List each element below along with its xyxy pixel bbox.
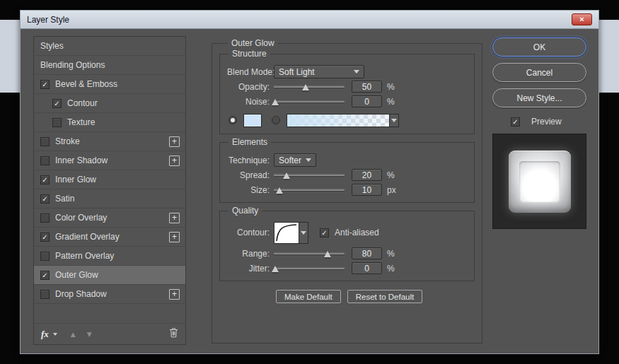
effect-checkbox[interactable]: [40, 290, 50, 299]
contour-picker-button[interactable]: [299, 222, 308, 244]
noise-label: Noise:: [227, 97, 274, 107]
chevron-down-icon: [301, 231, 306, 235]
preview-checkbox[interactable]: [511, 117, 520, 127]
slider-track: [274, 86, 345, 88]
preview-toggle-row: Preview: [511, 117, 586, 127]
technique-select[interactable]: Softer: [274, 153, 316, 167]
gradient-preview[interactable]: [287, 114, 390, 127]
effect-checkbox[interactable]: [40, 175, 50, 184]
slider-thumb[interactable]: [302, 84, 309, 90]
range-row: Range: 80 %: [227, 246, 467, 261]
preview-glossy-square-inner: [519, 161, 560, 202]
effect-checkbox[interactable]: [52, 118, 62, 127]
sidebar-item-inner-shadow[interactable]: Inner Shadow: [34, 151, 185, 170]
sidebar-item-label: Blending Options: [40, 60, 105, 70]
ok-button[interactable]: OK: [492, 37, 586, 57]
noise-unit: %: [387, 97, 395, 107]
spread-input[interactable]: 20: [352, 169, 382, 181]
slider-thumb[interactable]: [272, 99, 279, 105]
sidebar-item-inner-glow[interactable]: Inner Glow: [34, 170, 185, 189]
contour-row: Contour: Anti-aliased: [227, 221, 467, 244]
effect-checkbox[interactable]: [40, 271, 50, 280]
range-label: Range:: [227, 249, 274, 259]
effect-checkbox[interactable]: [40, 194, 50, 204]
noise-slider[interactable]: [274, 96, 345, 107]
opacity-input[interactable]: 50: [352, 81, 382, 93]
range-input[interactable]: 80: [352, 247, 382, 259]
range-slider[interactable]: [274, 248, 345, 259]
jitter-slider[interactable]: [274, 263, 345, 274]
jitter-row: Jitter: 0 %: [227, 261, 467, 276]
glow-color-row: [227, 112, 467, 129]
fx-icon[interactable]: fx: [41, 329, 49, 340]
add-effect-instance-button[interactable]: [169, 213, 180, 223]
opacity-slider[interactable]: [274, 81, 345, 93]
effect-checkbox[interactable]: [40, 252, 50, 261]
add-effect-instance-button[interactable]: [169, 155, 180, 166]
sidebar-item-color-overlay[interactable]: Color Overlay: [34, 209, 185, 228]
sidebar-item-label: Bevel & Emboss: [55, 79, 117, 89]
blend-mode-label: Blend Mode:: [227, 67, 274, 77]
gradient-radio[interactable]: [272, 116, 280, 124]
effect-checkbox[interactable]: [40, 137, 50, 146]
solid-color-radio[interactable]: [228, 116, 237, 124]
add-effect-instance-button[interactable]: [169, 136, 180, 147]
effect-checkbox[interactable]: [40, 156, 50, 165]
technique-value: Softer: [279, 155, 301, 165]
sidebar-item-outer-glow[interactable]: Outer Glow: [34, 266, 185, 285]
sidebar-item-stroke[interactable]: Stroke: [34, 132, 185, 151]
sidebar-item-label: Stroke: [55, 136, 80, 146]
blend-mode-select[interactable]: Soft Light: [274, 65, 364, 78]
add-effect-instance-button[interactable]: [169, 289, 180, 300]
jitter-input[interactable]: 0: [352, 262, 382, 274]
sidebar-item-styles[interactable]: Styles: [34, 37, 185, 56]
blend-mode-value: Soft Light: [279, 67, 315, 77]
effect-checkbox[interactable]: [40, 233, 50, 242]
close-button[interactable]: ×: [572, 13, 592, 25]
move-effect-down-icon[interactable]: ▼: [83, 331, 96, 338]
spread-slider[interactable]: [274, 170, 345, 181]
slider-track: [274, 267, 345, 269]
sidebar-item-label: Color Overlay: [55, 213, 107, 223]
dialog-body: StylesBlending OptionsBevel & EmbossCont…: [21, 29, 598, 354]
effect-checkbox[interactable]: [40, 80, 50, 89]
effect-checkbox[interactable]: [40, 213, 50, 223]
contour-thumbnail[interactable]: [274, 222, 299, 244]
effect-checkbox[interactable]: [52, 99, 62, 108]
sidebar-item-bevel-emboss[interactable]: Bevel & Emboss: [34, 75, 185, 94]
sidebar-item-texture[interactable]: Texture: [34, 113, 185, 132]
reset-to-default-button[interactable]: Reset to Default: [347, 290, 422, 303]
sidebar-item-blending-options[interactable]: Blending Options: [34, 56, 185, 75]
sidebar-item-label: Drop Shadow: [55, 289, 107, 299]
dialog-titlebar[interactable]: Layer Style ×: [21, 11, 598, 29]
sidebar-item-gradient-overlay[interactable]: Gradient Overlay: [34, 228, 185, 247]
sidebar-item-satin[interactable]: Satin: [34, 189, 185, 209]
sidebar-item-drop-shadow[interactable]: Drop Shadow: [34, 285, 185, 304]
size-label: Size:: [227, 185, 274, 195]
cancel-button[interactable]: Cancel: [492, 63, 586, 82]
gradient-picker-button[interactable]: [390, 114, 399, 127]
move-effect-up-icon[interactable]: ▲: [67, 331, 79, 338]
slider-thumb[interactable]: [276, 187, 283, 194]
chevron-down-icon: [306, 158, 311, 162]
noise-input[interactable]: 0: [352, 95, 382, 107]
slider-thumb[interactable]: [283, 172, 290, 179]
slider-thumb[interactable]: [324, 251, 331, 257]
delete-effect-icon[interactable]: [169, 327, 178, 341]
sidebar-item-label: Satin: [55, 194, 74, 204]
size-input[interactable]: 10: [352, 184, 382, 196]
opacity-label: Opacity:: [227, 82, 274, 92]
sidebar-item-contour[interactable]: Contour: [34, 94, 185, 113]
elements-legend: Elements: [228, 137, 271, 147]
anti-aliased-checkbox[interactable]: [320, 228, 329, 237]
new-style-button[interactable]: New Style...: [492, 88, 586, 107]
make-default-button[interactable]: Make Default: [276, 290, 341, 303]
sidebar-item-pattern-overlay[interactable]: Pattern Overlay: [34, 247, 185, 266]
fx-menu-caret-icon[interactable]: [53, 333, 57, 336]
glow-color-swatch[interactable]: [243, 114, 262, 127]
styles-list-items: StylesBlending OptionsBevel & EmbossCont…: [34, 37, 185, 304]
slider-thumb[interactable]: [272, 266, 279, 272]
structure-legend: Structure: [228, 49, 270, 59]
size-slider[interactable]: [274, 184, 345, 196]
add-effect-instance-button[interactable]: [169, 232, 180, 242]
